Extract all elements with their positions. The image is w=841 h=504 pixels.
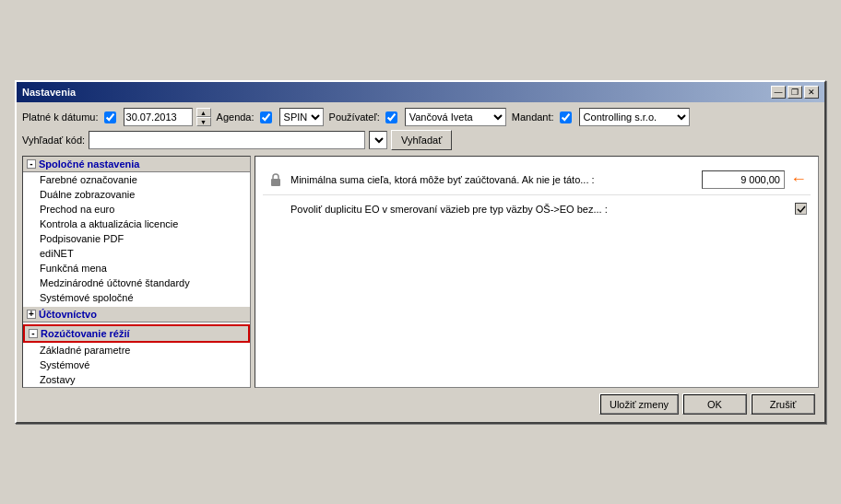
main-content: - Spoločné nastavenia Farebné označovani… (22, 156, 819, 388)
tree-section-spolocne[interactable]: - Spoločné nastavenia (23, 157, 250, 172)
restore-button[interactable]: ❐ (788, 86, 802, 99)
tree-section-spolocne-label: Spoločné nastavenia (39, 158, 139, 170)
bottom-bar: Uložiť zmeny OK Zrušiť (22, 388, 819, 416)
settings-row-2-text: Povoliť duplicitu EO v smerovaní väzieb … (267, 204, 795, 215)
search-dropdown[interactable] (369, 131, 387, 149)
search-row: Vyhľadať kód: Vyhľadať (22, 130, 819, 150)
tree-items-spolocne: Farebné označovanie Duálne zobrazovanie … (23, 172, 250, 305)
arrow-icon: ← (790, 170, 807, 189)
search-button[interactable]: Vyhľadať (391, 130, 452, 150)
toolbar-row: Platné k dátumu: 30.07.2013 ▲ ▼ Agenda: … (22, 108, 819, 126)
window-content: Platné k dátumu: 30.07.2013 ▲ ▼ Agenda: … (17, 102, 824, 422)
settings-row-2: Povoliť duplicitu EO v smerovaní väzieb … (263, 195, 811, 222)
user-checkbox[interactable] (385, 111, 397, 123)
tree-section-uctovnictvo-label: Účtovníctvo (39, 309, 97, 320)
tree-item-podpisovanie[interactable]: Podpisovanie PDF (23, 231, 250, 246)
agenda-label: Agenda: (217, 111, 255, 123)
date-input[interactable]: 30.07.2013 (124, 108, 193, 126)
tree-item-kontrola[interactable]: Kontrola a aktualizácia licencie (23, 217, 250, 231)
search-label: Vyhľadať kód: (22, 135, 85, 146)
ok-button[interactable]: OK (682, 393, 747, 415)
window-title: Nastavenia (22, 87, 76, 98)
tree-item-medzinarodne[interactable]: Medzinárodné účtovné štandardy (23, 275, 250, 290)
close-button[interactable]: ✕ (804, 86, 819, 99)
settings-row-2-checkbox[interactable] (795, 203, 807, 215)
svg-rect-0 (271, 179, 280, 186)
mandant-checkbox[interactable] (560, 111, 572, 123)
tree-item-zostavy[interactable]: Zostavy (23, 372, 250, 387)
tree-items-rozuctovanie: Základné parametre Systémové Zostavy (23, 343, 250, 387)
minimize-button[interactable]: — (771, 86, 786, 99)
settings-row-1-input[interactable] (702, 170, 785, 189)
title-bar-buttons: — ❐ ✕ (771, 86, 819, 99)
tree-item-systemove-spolocne[interactable]: Systémové spoločné (23, 290, 250, 305)
settings-row-1: Minimálna suma cieľa, ktorá môže byť zaú… (263, 164, 811, 195)
date-label: Platné k dátumu: (22, 111, 99, 123)
settings-row-1-text: Minimálna suma cieľa, ktorá môže byť zaú… (290, 174, 702, 185)
search-input[interactable] (89, 131, 365, 149)
tree-item-zakladne[interactable]: Základné parametre (23, 343, 250, 357)
user-label: Používateľ: (329, 111, 380, 123)
spin-up[interactable]: ▲ (196, 108, 211, 117)
tree-item-edinet[interactable]: ediNET (23, 246, 250, 261)
tree-section-rozuctovanie[interactable]: - Rozúčtovanie réžií (23, 324, 250, 343)
save-button[interactable]: Uložiť zmeny (599, 393, 679, 415)
date-spinner[interactable]: ▲ ▼ (196, 108, 211, 126)
agenda-select[interactable]: SPIN (279, 108, 324, 126)
agenda-checkbox[interactable] (260, 111, 272, 123)
expand-icon-rozuctovanie: - (29, 329, 38, 338)
date-checkbox[interactable] (104, 111, 116, 123)
spin-down[interactable]: ▼ (196, 117, 211, 126)
cancel-button[interactable]: Zrušiť (751, 393, 815, 415)
expand-icon-spolocne: - (27, 159, 36, 169)
main-window: Nastavenia — ❐ ✕ Platné k dátumu: 30.07.… (15, 80, 826, 424)
tree-item-systemove[interactable]: Systémové (23, 357, 250, 372)
tree-panel: - Spoločné nastavenia Farebné označovani… (22, 156, 251, 388)
expand-icon-uctovnictvo: + (27, 310, 36, 319)
tree-item-funkcna[interactable]: Funkčná mena (23, 261, 250, 275)
mandant-label: Mandant: (512, 111, 554, 123)
tree-section-uctovnictvo[interactable]: + Účtovníctvo (23, 307, 250, 322)
title-bar: Nastavenia — ❐ ✕ (17, 82, 824, 102)
tree-item-prechod[interactable]: Prechod na euro (23, 202, 250, 217)
right-panel: Minimálna suma cieľa, ktorá môže byť zaú… (255, 156, 819, 388)
mandant-select[interactable]: Controlling s.r.o. (579, 108, 690, 126)
lock-icon (267, 170, 285, 189)
tree-item-dualne[interactable]: Duálne zobrazovanie (23, 187, 250, 202)
user-select[interactable]: Vančová Iveta (405, 108, 506, 126)
tree-section-rozuctovanie-label: Rozúčtovanie réžií (41, 328, 130, 339)
tree-item-farebne[interactable]: Farebné označovanie (23, 172, 250, 187)
